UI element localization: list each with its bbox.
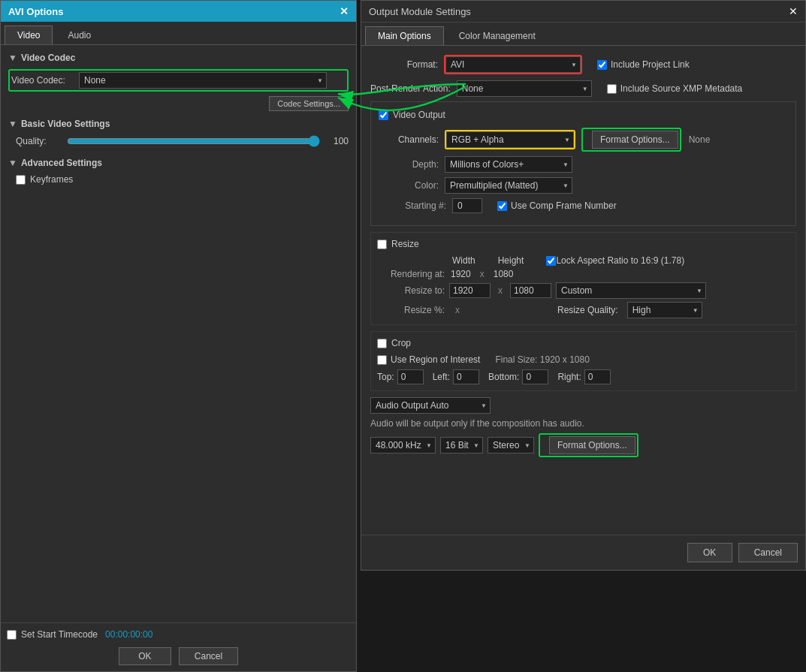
- left-edge: Left:: [433, 369, 479, 384]
- output-ok-button[interactable]: OK: [687, 543, 732, 562]
- avi-ok-button[interactable]: OK: [119, 647, 171, 665]
- final-size-label: Final Size: 1920 x 1080: [495, 354, 589, 365]
- right-edge: Right:: [557, 369, 610, 384]
- rendering-height: 1080: [494, 269, 514, 279]
- color-dropdown[interactable]: Premultiplied (Matted) Straight (Unmatte…: [445, 177, 572, 194]
- include-project-link-checkbox[interactable]: [597, 60, 607, 70]
- bottom-input[interactable]: [522, 369, 548, 384]
- resize-quality-dropdown[interactable]: Low Medium High Best: [627, 302, 702, 318]
- depth-dropdown[interactable]: Millions of Colors+ Millions of Colors: [445, 156, 572, 173]
- video-output-section: Video Output Channels: RGB RGB + Alpha A…: [370, 101, 796, 226]
- quality-row: Quality: 100: [8, 135, 349, 147]
- top-edge: Top:: [377, 369, 424, 384]
- bit-dropdown[interactable]: 16 Bit 8 Bit: [440, 437, 483, 454]
- resize-to-height-input[interactable]: [510, 283, 551, 298]
- starting-hash-label: Starting #:: [379, 200, 446, 211]
- output-title-bar: Output Module Settings ✕: [361, 1, 805, 23]
- use-comp-frame-checkbox[interactable]: [497, 201, 507, 211]
- set-start-timecode-checkbox[interactable]: [7, 630, 17, 640]
- crop-checkbox[interactable]: [377, 339, 387, 348]
- resize-quality-select-wrapper: Low Medium High Best: [627, 302, 702, 318]
- resize-checkbox[interactable]: [377, 240, 387, 249]
- quality-label: Quality:: [16, 136, 61, 146]
- format-options-btn-wrapper: Format Options...: [581, 128, 681, 152]
- x-separator-1: x: [480, 269, 485, 279]
- avi-dialog-buttons: OK Cancel: [7, 647, 350, 665]
- left-input[interactable]: [453, 369, 479, 384]
- include-project-link-label: Include Project Link: [611, 59, 690, 70]
- x-separator-2: x: [498, 285, 503, 296]
- post-render-dropdown[interactable]: None: [457, 80, 592, 97]
- bit-select-wrapper: 16 Bit 8 Bit: [440, 437, 483, 454]
- avi-tabs: Video Audio: [1, 22, 356, 45]
- output-tabs: Main Options Color Management: [361, 23, 805, 46]
- none-label: None: [689, 134, 711, 145]
- set-start-timecode-label: Set Start Timecode: [21, 629, 98, 640]
- avi-dialog-title: AVI Options: [8, 6, 63, 17]
- avi-content-area: ▼ Video Codec Video Codec: None Codec Se…: [1, 45, 356, 622]
- keyframes-checkbox[interactable]: [16, 175, 26, 185]
- output-tab-main[interactable]: Main Options: [365, 26, 444, 45]
- color-row: Color: Premultiplied (Matted) Straight (…: [379, 177, 788, 194]
- keyframes-label: Keyframes: [30, 174, 73, 185]
- resize-wh-labels: Width Height Lock Aspect Ratio to 16:9 (…: [377, 255, 789, 266]
- video-codec-toggle[interactable]: ▼: [8, 53, 17, 63]
- output-tab-color[interactable]: Color Management: [446, 26, 548, 45]
- post-render-select-wrapper: None: [457, 80, 592, 97]
- codec-settings-button[interactable]: Codec Settings...: [269, 96, 349, 111]
- crop-section: Crop Use Region of Interest Final Size: …: [370, 331, 796, 391]
- width-header-label: Width: [452, 255, 475, 266]
- rendering-at-label: Rendering at:: [377, 269, 445, 279]
- avi-tab-video[interactable]: Video: [5, 26, 53, 44]
- audio-output-select-wrapper: Audio Output Auto Audio Output On Audio …: [370, 397, 491, 414]
- channels-select-wrapper: RGB RGB + Alpha Alpha: [445, 130, 575, 149]
- custom-dropdown[interactable]: Custom HDTV 1080: [556, 282, 706, 299]
- resize-to-width-input[interactable]: [449, 283, 491, 298]
- video-output-checkbox[interactable]: [379, 110, 388, 120]
- basic-video-toggle[interactable]: ▼: [8, 119, 17, 129]
- channels-label: Channels:: [379, 134, 439, 145]
- edges-row: Top: Left: Bottom: Right:: [377, 369, 789, 384]
- codec-selection-row: Video Codec: None: [8, 69, 349, 92]
- freq-dropdown[interactable]: 48.000 kHz 44.100 kHz: [370, 437, 436, 454]
- output-cancel-button[interactable]: Cancel: [738, 543, 798, 562]
- resize-label: Resize: [391, 239, 419, 249]
- codec-dropdown[interactable]: None: [79, 72, 327, 89]
- crop-header: Crop: [377, 338, 789, 348]
- post-render-row: Post-Render Action: None Include Source …: [370, 80, 796, 97]
- audio-format-options-button[interactable]: Format Options...: [549, 436, 635, 454]
- bottom-label: Bottom:: [488, 372, 519, 382]
- audio-output-dropdown[interactable]: Audio Output Auto Audio Output On Audio …: [370, 397, 491, 414]
- avi-tab-audio[interactable]: Audio: [55, 26, 104, 44]
- color-select-wrapper: Premultiplied (Matted) Straight (Unmatte…: [445, 177, 572, 194]
- right-input[interactable]: [584, 369, 611, 384]
- include-project-link-row: Include Project Link: [597, 59, 690, 70]
- format-dropdown[interactable]: AVI QuickTime MP4: [445, 56, 581, 73]
- avi-close-button[interactable]: ✕: [340, 5, 349, 17]
- video-format-options-button[interactable]: Format Options...: [592, 131, 678, 149]
- output-close-button[interactable]: ✕: [789, 5, 798, 17]
- starting-hash-input[interactable]: [452, 198, 482, 213]
- basic-video-section: ▼ Basic Video Settings Quality: 100: [8, 119, 349, 147]
- basic-video-section-header: ▼ Basic Video Settings: [8, 119, 349, 129]
- top-input[interactable]: [397, 369, 424, 384]
- avi-footer: Set Start Timecode 00:00:00:00 OK Cancel: [1, 622, 356, 671]
- keyframes-row: Keyframes: [8, 174, 349, 185]
- advanced-toggle[interactable]: ▼: [8, 158, 17, 168]
- channels-dropdown[interactable]: RGB RGB + Alpha Alpha: [446, 131, 574, 148]
- avi-cancel-button[interactable]: Cancel: [179, 647, 238, 665]
- quality-slider[interactable]: [67, 135, 320, 147]
- final-size-value: 1920 x 1080: [540, 354, 590, 365]
- use-comp-frame-label: Use Comp Frame Number: [511, 200, 617, 211]
- timecode-value: 00:00:00:00: [105, 629, 152, 640]
- include-source-xmp-checkbox[interactable]: [607, 84, 617, 94]
- avi-options-dialog: AVI Options ✕ Video Audio ▼ Video Codec …: [0, 0, 357, 672]
- audio-settings-row: 48.000 kHz 44.100 kHz 16 Bit 8 Bit Stere…: [370, 433, 796, 457]
- height-header-label: Height: [498, 255, 524, 266]
- use-roi-checkbox[interactable]: [377, 355, 387, 365]
- format-field-label: Format:: [370, 59, 438, 70]
- video-output-label: Video Output: [393, 110, 445, 120]
- stereo-dropdown[interactable]: Stereo Mono: [488, 437, 534, 454]
- roi-row: Use Region of Interest Final Size: 1920 …: [377, 354, 789, 365]
- lock-aspect-checkbox[interactable]: [546, 256, 556, 266]
